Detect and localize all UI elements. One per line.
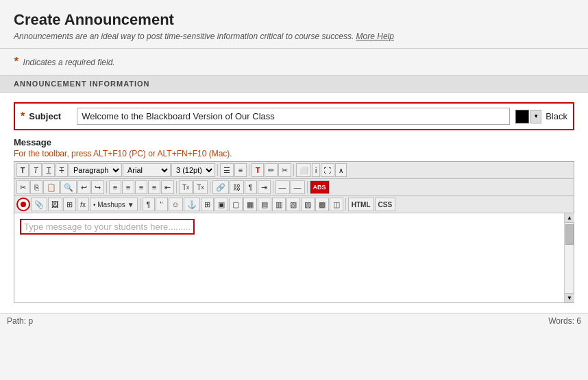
toolbar-row-3: 📎 🖼 ⊞ fx • Mashups ▼ ¶ " ☺ ⚓ ⊞ ▣ ▢ ▦ ▤ ▥… bbox=[14, 196, 574, 213]
btn-highlight[interactable]: ✏ bbox=[265, 163, 278, 177]
btn-para2[interactable]: ¶ bbox=[143, 198, 155, 211]
sep5 bbox=[176, 181, 177, 193]
message-label: Message bbox=[14, 137, 574, 147]
btn-align-left[interactable]: ≡ bbox=[109, 180, 121, 194]
btn-undo[interactable]: ↩ bbox=[77, 180, 90, 194]
btn-font-color[interactable]: T bbox=[252, 163, 264, 177]
sep2 bbox=[249, 164, 249, 176]
form-area: * Subject ▼ Black Message For the toolba… bbox=[0, 93, 588, 313]
subject-label: Subject bbox=[29, 111, 70, 121]
btn-link[interactable]: 🔗 bbox=[212, 180, 229, 194]
btn-t7[interactable]: ▨ bbox=[301, 198, 315, 211]
sep6 bbox=[210, 181, 210, 193]
color-swatch bbox=[515, 110, 529, 123]
btn-align-right[interactable]: ≡ bbox=[135, 180, 147, 194]
subject-required-star: * bbox=[21, 110, 25, 123]
font-select[interactable]: Arial bbox=[123, 163, 171, 177]
sep1 bbox=[217, 164, 218, 176]
btn-align-justify[interactable]: ≡ bbox=[148, 180, 160, 194]
btn-t3[interactable]: ▦ bbox=[243, 198, 257, 211]
footer-bar: Path: p Words: 6 bbox=[0, 313, 588, 329]
btn-table2[interactable]: ⊞ bbox=[201, 198, 214, 211]
btn-subscript[interactable]: Tx bbox=[193, 180, 207, 194]
btn-format-clear[interactable]: ✂ bbox=[278, 163, 291, 177]
btn-quote[interactable]: " bbox=[156, 198, 168, 211]
btn-nonbreak[interactable]: ⇥ bbox=[258, 180, 271, 194]
editor-placeholder: Type message to your students here......… bbox=[24, 222, 191, 232]
required-star: * bbox=[14, 56, 18, 67]
btn-expand[interactable]: ⛶ bbox=[321, 163, 334, 177]
btn-monitor[interactable]: ⬜ bbox=[296, 163, 311, 177]
color-dropdown[interactable]: ▼ bbox=[530, 110, 541, 123]
editor-body[interactable]: Type message to your students here......… bbox=[14, 213, 574, 302]
btn-collapse[interactable]: ∧ bbox=[335, 163, 347, 177]
btn-t9[interactable]: ◫ bbox=[330, 198, 343, 211]
btn-t4[interactable]: ▤ bbox=[258, 198, 271, 211]
words-text: Words: 6 bbox=[548, 316, 581, 326]
btn-paste[interactable]: 📋 bbox=[43, 180, 60, 194]
btn-superscript[interactable]: Tx bbox=[179, 180, 193, 194]
sep10 bbox=[345, 198, 346, 211]
btn-copy[interactable]: ⎘ bbox=[30, 180, 42, 194]
btn-t6[interactable]: ▧ bbox=[286, 198, 300, 211]
editor-wrapper: T T T T Paragraph Arial 3 (12pt) ☰ ≡ T ✏ bbox=[14, 161, 574, 303]
btn-indent-left[interactable]: ⇤ bbox=[161, 180, 174, 194]
btn-cut[interactable]: ✂ bbox=[16, 180, 29, 194]
path-text: Path: p bbox=[7, 316, 33, 326]
format-select[interactable]: Paragraph bbox=[69, 163, 122, 177]
btn-italic-T[interactable]: T bbox=[29, 163, 42, 177]
page-title: Create Announcement bbox=[14, 11, 574, 29]
color-label: Black bbox=[546, 111, 567, 121]
btn-anchor[interactable]: ⚓ bbox=[184, 198, 200, 211]
editor-scrollbar[interactable]: ▲ ▼ bbox=[564, 213, 574, 302]
btn-image[interactable]: 🖼 bbox=[48, 198, 62, 211]
record-inner bbox=[21, 202, 26, 207]
btn-record-red[interactable] bbox=[16, 198, 30, 211]
btn-find[interactable]: 🔍 bbox=[60, 180, 77, 194]
btn-paragraph-mark[interactable]: ¶ bbox=[245, 180, 257, 194]
more-help-link[interactable]: More Help bbox=[356, 32, 394, 41]
toolbar-row-2: ✂ ⎘ 📋 🔍 ↩ ↪ ≡ ≡ ≡ ≡ ⇤ Tx Tx 🔗 ⛓ ¶ ⇥ bbox=[14, 179, 574, 196]
subject-input[interactable] bbox=[77, 108, 510, 125]
page-wrapper: Create Announcement Announcements are an… bbox=[0, 0, 588, 380]
btn-hr2[interactable]: — bbox=[291, 180, 305, 194]
scroll-up-btn[interactable]: ▲ bbox=[565, 213, 574, 223]
btn-css[interactable]: CSS bbox=[375, 198, 396, 211]
btn-bold-T[interactable]: T bbox=[16, 163, 29, 177]
btn-unlink[interactable]: ⛓ bbox=[230, 180, 244, 194]
scroll-thumb[interactable] bbox=[565, 224, 574, 245]
sep4 bbox=[106, 181, 107, 193]
btn-align-center[interactable]: ≡ bbox=[122, 180, 134, 194]
toolbar-row-1: T T T T Paragraph Arial 3 (12pt) ☰ ≡ T ✏ bbox=[14, 162, 574, 179]
btn-t5[interactable]: ▥ bbox=[272, 198, 286, 211]
btn-info[interactable]: i bbox=[312, 163, 320, 177]
sep9 bbox=[140, 198, 140, 211]
btn-attach[interactable]: 📎 bbox=[31, 198, 47, 211]
page-subtitle: Announcements are an ideal way to post t… bbox=[14, 32, 574, 41]
sep8 bbox=[307, 181, 308, 193]
btn-hr[interactable]: — bbox=[275, 180, 290, 194]
size-select[interactable]: 3 (12pt) bbox=[171, 163, 215, 177]
sep7 bbox=[273, 181, 273, 193]
editor-content-border: Type message to your students here......… bbox=[20, 219, 195, 235]
editor-body-container: Type message to your students here......… bbox=[14, 213, 574, 302]
subject-row: * Subject ▼ Black bbox=[14, 102, 574, 130]
btn-redo[interactable]: ↪ bbox=[91, 180, 104, 194]
btn-emoticon[interactable]: ☺ bbox=[169, 198, 183, 211]
btn-ordered-list[interactable]: ≡ bbox=[234, 163, 247, 177]
btn-fx[interactable]: fx bbox=[77, 198, 89, 211]
scroll-down-btn[interactable]: ▼ bbox=[565, 293, 574, 302]
btn-t8[interactable]: ▩ bbox=[315, 198, 329, 211]
required-notice: * Indicates a required field. bbox=[0, 49, 588, 75]
btn-spell-check[interactable]: ABS bbox=[310, 180, 330, 194]
toolbar-hint: For the toolbar, press ALT+F10 (PC) or A… bbox=[14, 149, 574, 158]
btn-underline-T[interactable]: T bbox=[42, 163, 55, 177]
btn-html[interactable]: HTML bbox=[348, 198, 374, 211]
btn-t2[interactable]: ▢ bbox=[229, 198, 243, 211]
btn-mashups[interactable]: • Mashups ▼ bbox=[90, 198, 138, 211]
btn-t1[interactable]: ▣ bbox=[215, 198, 228, 211]
btn-table-insert[interactable]: ⊞ bbox=[63, 198, 76, 211]
section-header: ANNOUNCEMENT INFORMATION bbox=[0, 75, 588, 93]
btn-unordered-list[interactable]: ☰ bbox=[220, 163, 234, 177]
btn-strikethrough-T[interactable]: T bbox=[56, 163, 68, 177]
